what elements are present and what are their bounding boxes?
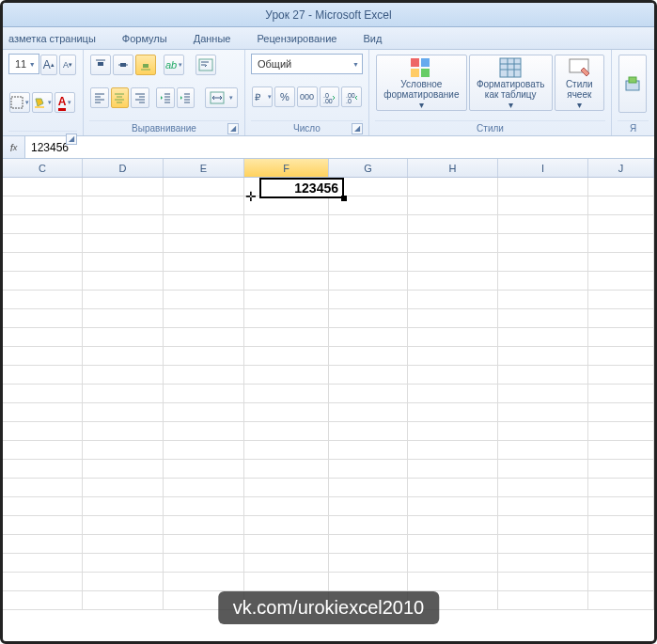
cell[interactable] <box>244 234 329 253</box>
cell[interactable] <box>329 328 408 347</box>
cell[interactable] <box>83 253 164 272</box>
cell[interactable] <box>164 253 244 272</box>
cell[interactable] <box>3 178 83 196</box>
cell[interactable] <box>164 196 244 215</box>
cell[interactable] <box>329 497 408 516</box>
cell[interactable] <box>3 328 83 347</box>
tab-view[interactable]: Вид <box>363 33 382 44</box>
font-size-combo[interactable]: 11▼ <box>8 54 39 74</box>
cell[interactable] <box>83 535 164 554</box>
cell[interactable] <box>498 516 588 535</box>
cell[interactable] <box>3 479 83 497</box>
cell[interactable] <box>408 497 498 516</box>
cell[interactable] <box>3 215 83 234</box>
cell[interactable] <box>3 347 83 366</box>
cell[interactable] <box>408 516 498 535</box>
cell[interactable] <box>83 403 164 422</box>
cell[interactable] <box>329 535 408 554</box>
cell[interactable] <box>83 309 164 328</box>
cell[interactable] <box>83 460 164 479</box>
cell[interactable] <box>3 573 83 591</box>
cell[interactable] <box>164 403 244 422</box>
cell[interactable] <box>498 366 588 385</box>
cell[interactable] <box>244 253 329 272</box>
cell[interactable] <box>498 347 588 366</box>
cell[interactable] <box>498 441 588 460</box>
align-left-button[interactable] <box>90 87 109 108</box>
cell[interactable] <box>164 516 244 535</box>
cell[interactable] <box>164 441 244 460</box>
cell[interactable] <box>498 291 588 309</box>
insert-button[interactable] <box>618 55 647 113</box>
cell[interactable] <box>3 253 83 272</box>
cell[interactable] <box>329 291 408 309</box>
column-header-C[interactable]: C <box>3 159 83 177</box>
cell[interactable] <box>83 422 164 441</box>
cell[interactable] <box>498 272 588 291</box>
cell[interactable] <box>408 403 498 422</box>
cell[interactable] <box>164 422 244 441</box>
cell[interactable] <box>588 516 654 535</box>
cell[interactable] <box>498 591 588 610</box>
cell[interactable] <box>3 535 83 554</box>
cell[interactable] <box>83 554 164 573</box>
cell[interactable] <box>588 573 654 591</box>
cell[interactable] <box>244 291 329 309</box>
cell[interactable] <box>3 497 83 516</box>
cell[interactable] <box>408 196 498 215</box>
column-header-I[interactable]: I <box>498 159 588 177</box>
cell[interactable] <box>588 328 654 347</box>
tab-data[interactable]: Данные <box>194 33 231 44</box>
align-middle-button[interactable] <box>113 55 133 75</box>
cell[interactable] <box>588 253 654 272</box>
cell[interactable] <box>83 516 164 535</box>
cell[interactable] <box>244 328 329 347</box>
decrease-font-button[interactable]: A▾ <box>59 55 76 75</box>
cell[interactable] <box>83 234 164 253</box>
fill-color-button[interactable]: ▾ <box>32 92 53 113</box>
fx-icon[interactable]: fx <box>3 136 25 158</box>
cell[interactable] <box>164 272 244 291</box>
cell[interactable] <box>83 385 164 403</box>
cell[interactable] <box>164 460 244 479</box>
cell[interactable] <box>329 441 408 460</box>
orientation-button[interactable]: ab▾ <box>164 55 184 75</box>
dialog-launcher-icon[interactable]: ◢ <box>227 123 239 134</box>
cell[interactable] <box>408 291 498 309</box>
cell[interactable] <box>408 215 498 234</box>
cell[interactable] <box>588 554 654 573</box>
formula-input[interactable] <box>25 136 654 158</box>
increase-font-button[interactable]: A▴ <box>40 55 57 75</box>
cell[interactable] <box>588 479 654 497</box>
cell[interactable] <box>244 215 329 234</box>
font-color-button[interactable]: A▾ <box>55 92 75 113</box>
column-header-E[interactable]: E <box>164 159 244 177</box>
tab-formulas[interactable]: Формулы <box>122 33 167 44</box>
cell[interactable] <box>408 272 498 291</box>
cell[interactable] <box>244 347 329 366</box>
align-top-button[interactable] <box>90 55 111 75</box>
cell[interactable] <box>588 460 654 479</box>
cell[interactable] <box>588 366 654 385</box>
cell[interactable] <box>408 385 498 403</box>
cell[interactable] <box>408 573 498 591</box>
column-header-F[interactable]: F <box>244 159 329 177</box>
cell[interactable] <box>3 554 83 573</box>
cell[interactable] <box>164 309 244 328</box>
column-header-D[interactable]: D <box>83 159 164 177</box>
cell[interactable] <box>588 178 654 196</box>
cell[interactable] <box>244 554 329 573</box>
cell[interactable] <box>329 347 408 366</box>
cell[interactable] <box>588 535 654 554</box>
tab-page-layout[interactable]: азметка страницы <box>8 33 96 44</box>
comma-format-button[interactable]: 000 <box>297 86 318 107</box>
cell[interactable] <box>329 309 408 328</box>
cell[interactable] <box>408 479 498 497</box>
cell[interactable] <box>244 497 329 516</box>
cell[interactable] <box>164 215 244 234</box>
cell[interactable] <box>329 403 408 422</box>
cell[interactable] <box>408 347 498 366</box>
conditional-formatting-button[interactable]: Условное форматирование▾ <box>376 55 467 111</box>
cell[interactable] <box>408 366 498 385</box>
cell[interactable] <box>588 234 654 253</box>
